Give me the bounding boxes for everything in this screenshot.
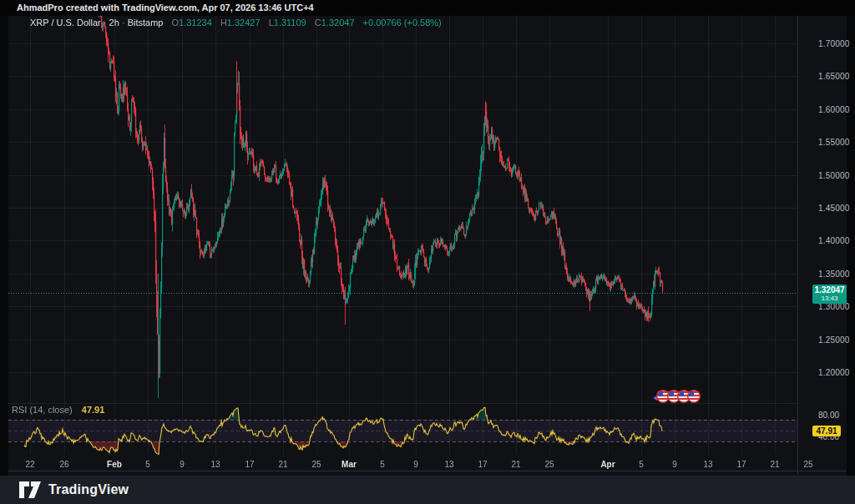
flag-circle-emoji-group <box>651 386 701 406</box>
time-axis-label: 5 <box>145 460 150 469</box>
time-axis-label: Apr <box>600 460 615 469</box>
emoji-stickers[interactable] <box>651 386 701 410</box>
low-value: 1.31109 <box>274 18 306 28</box>
price-axis-label: 1.35000 <box>818 269 850 278</box>
time-axis-label: 17 <box>736 460 746 469</box>
price-axis-border <box>797 16 798 474</box>
price-axis-label: 1.25000 <box>818 335 850 344</box>
price-axis-label: 1.45000 <box>818 204 850 213</box>
time-axis-label: 22 <box>25 460 34 469</box>
time-axis-label: 9 <box>672 460 677 469</box>
time-axis-label: 13 <box>703 460 712 469</box>
rsi-value-badge: 47.91 <box>812 426 841 436</box>
time-axis-label: 5 <box>380 460 385 469</box>
rsi-axis-label: 80.00 <box>818 410 839 419</box>
time-axis-label: 13 <box>210 460 220 469</box>
time-axis-label: 25 <box>544 460 554 469</box>
exchange-label: Bitstamp <box>128 18 164 28</box>
footer-bar: TradingView <box>0 476 855 504</box>
time-axis-label: 17 <box>478 460 487 469</box>
rsi-label[interactable]: RSI (14, close) <box>12 405 73 415</box>
time-axis-label: 21 <box>511 460 520 469</box>
time-axis-label: 21 <box>770 460 779 469</box>
price-axis-label: 1.60000 <box>818 104 850 113</box>
last-price-badge: 1.32047 13:43 <box>812 285 847 304</box>
bar-countdown: 13:43 <box>812 295 847 303</box>
time-axis-label: 9 <box>180 460 185 469</box>
attribution-bar: AhmadPro created with TradingView.com, A… <box>0 0 855 16</box>
high-value: 1.32427 <box>227 18 261 28</box>
rsi-legend[interactable]: RSI (14, close) 47.91 <box>12 405 104 415</box>
time-axis-label: Feb <box>107 460 122 469</box>
tradingview-logo-text[interactable]: TradingView <box>48 482 129 497</box>
interval-label[interactable]: 2h <box>109 18 119 28</box>
time-axis-label: 17 <box>245 460 254 469</box>
time-axis-label: 5 <box>639 460 644 469</box>
open-label: O <box>171 18 179 28</box>
time-axis-label: 25 <box>311 460 321 469</box>
time-axis-separator <box>8 471 847 471</box>
time-axis-label: 9 <box>413 460 418 469</box>
symbol-legend[interactable]: XRP / U.S. Dollar · 2h · Bitstamp O1.312… <box>30 18 442 28</box>
tradingview-snapshot: AhmadPro created with TradingView.com, A… <box>0 0 855 504</box>
rsi-value: 47.91 <box>82 405 105 415</box>
price-axis-label: 1.55000 <box>818 138 850 147</box>
price-axis-label: 1.70000 <box>818 39 850 48</box>
time-axis-label: 25 <box>803 460 812 469</box>
price-axis-label: 1.65000 <box>818 72 850 81</box>
price-axis-label: 1.20000 <box>818 368 850 377</box>
open-value: 1.31234 <box>179 18 212 28</box>
time-axis-label: 13 <box>444 460 453 469</box>
close-value: 1.32047 <box>321 18 355 28</box>
symbol-title[interactable]: XRP / U.S. Dollar <box>30 18 101 28</box>
attribution-text: AhmadPro created with TradingView.com, A… <box>17 3 314 13</box>
price-axis-label: 1.50000 <box>818 170 850 179</box>
tradingview-logo-icon[interactable] <box>18 481 42 499</box>
last-price-value: 1.32047 <box>812 286 847 295</box>
high-label: H <box>220 18 227 28</box>
time-axis-label: 21 <box>278 460 287 469</box>
close-label: C <box>315 18 321 28</box>
price-axis-label: 1.40000 <box>818 236 850 245</box>
change-value: +0.00766 (+0.58%) <box>363 18 442 28</box>
time-axis-label: 26 <box>59 460 68 469</box>
time-axis-label: Mar <box>341 460 357 469</box>
